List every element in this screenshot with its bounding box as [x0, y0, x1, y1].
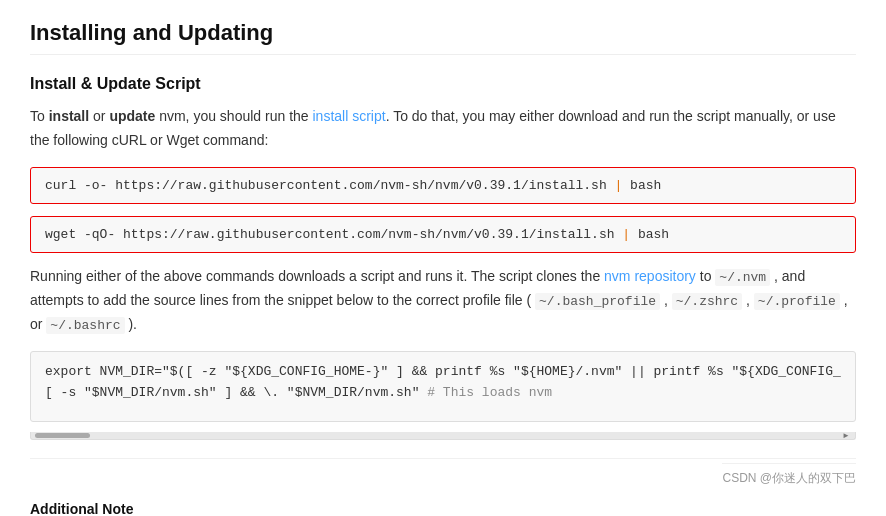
- curl-command-text: curl -o- https://raw.githubusercontent.c…: [45, 178, 607, 193]
- export-code-block: export NVM_DIR="$([ -z "${XDG_CONFIG_HOM…: [30, 351, 856, 423]
- bash-profile-inline: ~/.bash_profile: [535, 293, 660, 310]
- intro-prose: To install or update nvm, you should run…: [30, 105, 856, 153]
- page-title: Installing and Updating: [30, 20, 856, 55]
- install-bold: install: [49, 108, 89, 124]
- curl-bash: bash: [630, 178, 661, 193]
- wget-command-text: wget -qO- https://raw.githubusercontent.…: [45, 227, 615, 242]
- export-line-2: [ -s "$NVM_DIR/nvm.sh" ] && \. "$NVM_DIR…: [45, 383, 841, 404]
- running-prose: Running either of the above commands dow…: [30, 265, 856, 337]
- nvm-repo-link[interactable]: nvm repository: [604, 268, 696, 284]
- section-title: Install & Update Script: [30, 75, 856, 93]
- horizontal-scrollbar[interactable]: ►: [30, 432, 856, 440]
- export-line-1: export NVM_DIR="$([ -z "${XDG_CONFIG_HOM…: [45, 362, 841, 383]
- wget-code-block: wget -qO- https://raw.githubusercontent.…: [30, 216, 856, 253]
- scrollbar-thumb: [35, 433, 90, 438]
- additional-note-title: Additional Note: [30, 501, 856, 516]
- watermark-area: CSDN @你迷人的双下巴: [30, 458, 856, 497]
- install-script-link[interactable]: install script: [312, 108, 385, 124]
- bashrc-inline: ~/.bashrc: [46, 317, 124, 334]
- nvm-dir-inline: ~/.nvm: [715, 269, 770, 286]
- export-code-wrapper: export NVM_DIR="$([ -z "${XDG_CONFIG_HOM…: [30, 351, 856, 441]
- watermark-text: CSDN @你迷人的双下巴: [722, 463, 856, 491]
- update-bold: update: [109, 108, 155, 124]
- scrollbar-track: [90, 433, 841, 438]
- curl-pipe: |: [607, 178, 630, 193]
- curl-code-block: curl -o- https://raw.githubusercontent.c…: [30, 167, 856, 204]
- wget-bash: bash: [638, 227, 669, 242]
- profile-inline: ~/.profile: [754, 293, 840, 310]
- wget-pipe: |: [615, 227, 638, 242]
- scroll-right-arrow[interactable]: ►: [841, 432, 851, 440]
- zshrc-inline: ~/.zshrc: [672, 293, 742, 310]
- export-scroll[interactable]: export NVM_DIR="$([ -z "${XDG_CONFIG_HOM…: [45, 362, 841, 412]
- nvm-comment: # This loads nvm: [427, 385, 552, 400]
